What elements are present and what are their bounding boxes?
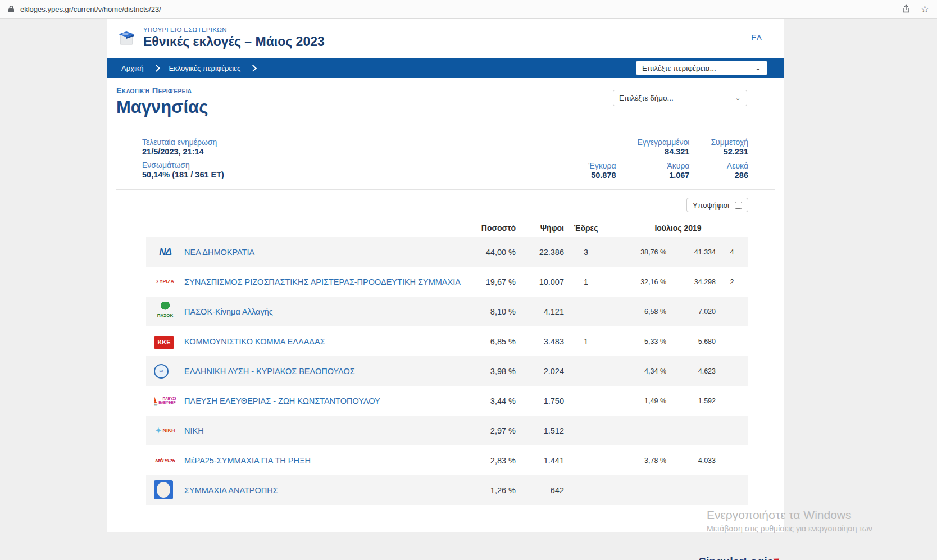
ballot-box-icon — [116, 28, 137, 50]
column-header-votes: Ψήφοι — [516, 224, 564, 233]
table-row: ΚΚΕ ΚΟΜΜΟΥΝΙΣΤΙΚΟ ΚΟΜΜΑ ΕΛΛΑΔΑΣ 6,85 % 3… — [146, 326, 748, 356]
stats-panel: Τελευταία ενημέρωση 21/5/2023, 21:14 Ενσ… — [116, 130, 775, 190]
blank-label: Λευκά — [711, 161, 748, 170]
district-section: Εκλογική Περιφέρεια Μαγνησίας Επιλέξτε δ… — [107, 78, 784, 130]
invalid-value: 1.067 — [638, 171, 690, 180]
vendor-name-part1: Singular — [699, 556, 744, 560]
registered-label: Εγγεγραμμένοι — [638, 138, 690, 147]
party-name-cell: ΣΥΜΜΑΧΙΑ ΑΝΑΤΡΟΠΗΣ — [184, 485, 464, 495]
municipality-select-value: Επιλέξτε δήμο... — [619, 94, 674, 102]
party-logo-cell: ΝΙΚΗ — [146, 421, 184, 441]
party-logo-icon: ΕΛ — [154, 364, 169, 379]
votes-cell: 1.512 — [516, 426, 564, 435]
singularlogic-logo: SingularLogic — [699, 556, 780, 560]
breadcrumb: Αρχική Εκλογικές περιφέρειες Επιλέξτε πε… — [107, 58, 784, 78]
prev-percent-cell: 4,34 % — [608, 367, 666, 375]
results-table-body: ΝΔ ΝΕΑ ΔΗΜΟΚΡΑΤΙΑ 44,00 % 22.386 3 38,76… — [146, 237, 748, 505]
column-header-seats: Έδρες — [564, 224, 608, 233]
seats-cell: 1 — [564, 277, 608, 286]
candidates-toggle-button[interactable]: Υποψήφιοι — [686, 198, 748, 212]
last-update-value: 21/5/2023, 21:14 — [142, 147, 224, 156]
invalid-label: Άκυρα — [638, 161, 690, 170]
share-icon[interactable] — [902, 4, 911, 13]
prev-percent-cell: 5,33 % — [608, 338, 666, 345]
breadcrumb-districts[interactable]: Εκλογικές περιφέρειες — [163, 64, 247, 72]
party-logo-cell: ΚΚΕ — [146, 334, 184, 349]
table-row: ΝΙΚΗ ΝΙΚΗ 2,97 % 1.512 — [146, 416, 748, 445]
party-logo-icon: ΝΔ — [154, 242, 176, 262]
votes-cell: 2.024 — [516, 367, 564, 376]
party-link[interactable]: ΕΛΛΗΝΙΚΗ ΛΥΣΗ - ΚΥΡΙΑΚΟΣ ΒΕΛΟΠΟΥΛΟΣ — [184, 367, 355, 376]
party-logo-cell — [146, 480, 184, 500]
party-name-cell: ΠΑΣΟΚ-Κίνημα Αλλαγής — [184, 307, 464, 317]
party-logo-icon: ΝΙΚΗ — [154, 421, 176, 441]
integration-label: Ενσωμάτωση — [142, 161, 224, 170]
table-row: ΣΥΜΜΑΧΙΑ ΑΝΑΤΡΟΠΗΣ 1,26 % 642 — [146, 475, 748, 505]
chevron-right-icon — [249, 65, 257, 72]
municipality-select[interactable]: Επιλέξτε δήμο... ⌄ — [613, 90, 747, 106]
table-row: ΜέΡΑ25 ΜέΡΑ25-ΣΥΜΜΑΧΙΑ ΓΙΑ ΤΗ ΡΗΞΗ 2,83 … — [146, 445, 748, 475]
party-link[interactable]: ΠΛΕΥΣΗ ΕΛΕΥΘΕΡΙΑΣ - ΖΩΗ ΚΩΝΣΤΑΝΤΟΠΟΥΛΟΥ — [184, 397, 380, 406]
votes-cell: 1.750 — [516, 397, 564, 406]
ministry-label: ΥΠΟΥΡΓΕΙΟ ΕΣΩΤΕΡΙΚΩΝ — [143, 25, 325, 33]
party-name-cell: ΝΕΑ ΔΗΜΟΚΡΑΤΙΑ — [184, 247, 464, 257]
party-name-cell: ΣΥΝΑΣΠΙΣΜΟΣ ΡΙΖΟΣΠΑΣΤΙΚΗΣ ΑΡΙΣΤΕΡΑΣ-ΠΡΟΟ… — [184, 277, 464, 287]
party-logo-cell: ΠΑΣΟΚ — [146, 302, 184, 322]
column-header-percent: Ποσοστό — [464, 224, 516, 233]
party-name-cell: ΠΛΕΥΣΗ ΕΛΕΥΘΕΡΙΑΣ - ΖΩΗ ΚΩΝΣΤΑΝΤΟΠΟΥΛΟΥ — [184, 396, 464, 406]
lock-icon[interactable] — [8, 5, 15, 13]
registered-value: 84.321 — [638, 147, 690, 156]
party-link[interactable]: ΚΟΜΜΟΥΝΙΣΤΙΚΟ ΚΟΜΜΑ ΕΛΛΑΔΑΣ — [184, 337, 325, 346]
party-name-cell: ΜέΡΑ25-ΣΥΜΜΑΧΙΑ ΓΙΑ ΤΗ ΡΗΞΗ — [184, 456, 464, 466]
breadcrumb-home[interactable]: Αρχική — [116, 64, 149, 72]
prev-seats-cell: 2 — [716, 278, 748, 286]
results-table: Ποσοστό Ψήφοι Έδρες Ιούλιος 2019 ΝΔ ΝΕΑ … — [146, 220, 748, 505]
region-select[interactable]: Επιλέξτε περιφέρεια... ⌄ — [636, 61, 767, 75]
prev-percent-cell: 1,49 % — [608, 397, 666, 405]
votes-cell: 642 — [516, 486, 564, 495]
candidates-toggle-label: Υποψήφιοι — [693, 201, 729, 210]
votes-cell: 4.121 — [516, 307, 564, 316]
party-logo-cell: ΝΔ — [146, 242, 184, 262]
party-logo-cell: ΣΥΡΙΖΑ — [146, 272, 184, 292]
party-logo-icon: ΚΚΕ — [154, 336, 174, 349]
url-text[interactable]: ekloges.ypes.gr/current/v/home/districts… — [20, 5, 896, 13]
percent-cell: 8,10 % — [464, 307, 516, 316]
chevron-down-icon: ⌄ — [735, 95, 741, 102]
region-select-value: Επιλέξτε περιφέρεια... — [642, 64, 716, 72]
party-link[interactable]: ΝΙΚΗ — [184, 426, 204, 435]
party-logo-icon: ΣΥΡΙΖΑ — [154, 272, 176, 292]
screen: ekloges.ypes.gr/current/v/home/districts… — [0, 0, 937, 560]
votes-cell: 10.007 — [516, 277, 564, 286]
browser-url-bar: ekloges.ypes.gr/current/v/home/districts… — [0, 0, 937, 19]
prev-votes-cell: 7.020 — [666, 308, 716, 316]
party-link[interactable]: ΜέΡΑ25-ΣΥΜΜΑΧΙΑ ΓΙΑ ΤΗ ΡΗΞΗ — [184, 456, 311, 465]
seats-cell: 1 — [564, 337, 608, 346]
party-link[interactable]: ΣΥΜΜΑΧΙΑ ΑΝΑΤΡΟΠΗΣ — [184, 486, 278, 495]
party-logo-icon — [154, 480, 173, 499]
party-name-cell: ΕΛΛΗΝΙΚΗ ΛΥΣΗ - ΚΥΡΙΑΚΟΣ ΒΕΛΟΠΟΥΛΟΣ — [184, 366, 464, 376]
prev-percent-cell: 32,16 % — [608, 278, 666, 286]
votes-cell: 22.386 — [516, 248, 564, 257]
participation-value: 52.231 — [711, 147, 748, 156]
votes-cell: 3.483 — [516, 337, 564, 346]
table-row: ΝΔ ΝΕΑ ΔΗΜΟΚΡΑΤΙΑ 44,00 % 22.386 3 38,76… — [146, 237, 748, 267]
footer: Τα στοιχεία δεν έχουν διασταυρωθεί με τα… — [0, 551, 937, 560]
candidates-checkbox[interactable] — [735, 202, 742, 209]
language-toggle[interactable]: ΕΛ — [751, 25, 774, 42]
party-logo-cell: ΜέΡΑ25 — [146, 450, 184, 471]
prev-votes-cell: 34.298 — [666, 278, 716, 286]
percent-cell: 2,83 % — [464, 456, 516, 465]
seats-cell: 3 — [564, 248, 608, 257]
prev-votes-cell: 41.334 — [666, 248, 716, 256]
party-link[interactable]: ΠΑΣΟΚ-Κίνημα Αλλαγής — [184, 307, 273, 316]
table-row: ΣΥΡΙΖΑ ΣΥΝΑΣΠΙΣΜΟΣ ΡΙΖΟΣΠΑΣΤΙΚΗΣ ΑΡΙΣΤΕΡ… — [146, 267, 748, 297]
valid-value: 50.878 — [589, 171, 616, 180]
party-name-cell: ΝΙΚΗ — [184, 426, 464, 436]
prev-percent-cell: 6,58 % — [608, 308, 666, 316]
party-link[interactable]: ΣΥΝΑΣΠΙΣΜΟΣ ΡΙΖΟΣΠΑΣΤΙΚΗΣ ΑΡΙΣΤΕΡΑΣ-ΠΡΟΟ… — [184, 277, 461, 286]
results-table-header: Ποσοστό Ψήφοι Έδρες Ιούλιος 2019 — [146, 220, 748, 237]
bookmark-star-icon[interactable]: ☆ — [921, 4, 929, 14]
party-logo-icon: ΜέΡΑ25 — [154, 450, 176, 471]
party-link[interactable]: ΝΕΑ ΔΗΜΟΚΡΑΤΙΑ — [184, 248, 254, 257]
